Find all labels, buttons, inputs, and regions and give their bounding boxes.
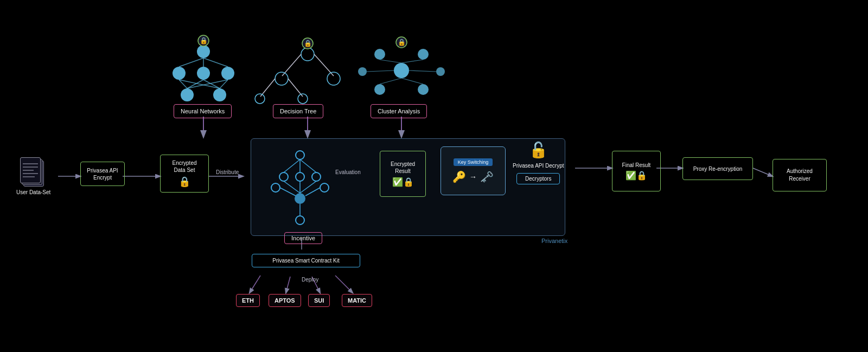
decrypt-group: 🔓 Privasea API Decrypt Decryptors: [513, 141, 564, 184]
svg-line-35: [380, 60, 401, 63]
final-result-label: Final Result: [622, 162, 651, 168]
svg-line-37: [380, 78, 401, 84]
proxy-reencrypt-label: Proxy Re-encryption: [693, 166, 743, 172]
key-switching-label: Key Switching: [454, 158, 493, 166]
svg-point-0: [197, 45, 210, 58]
svg-point-25: [298, 94, 308, 104]
svg-line-22: [260, 79, 275, 97]
decryptors-box: Decryptors: [516, 173, 560, 184]
privasea-encrypt-box: Privasea API Encrypt: [80, 162, 125, 186]
user-dataset-label: User Data-Set: [16, 189, 50, 195]
key-icon-left: 🔑: [452, 170, 466, 183]
svg-line-58: [286, 277, 290, 293]
svg-line-38: [401, 78, 423, 84]
svg-point-4: [181, 88, 194, 101]
svg-point-26: [302, 38, 313, 49]
svg-line-40: [409, 71, 436, 72]
svg-point-76: [296, 216, 304, 225]
svg-line-75: [305, 188, 320, 196]
svg-point-20: [275, 72, 288, 85]
smart-contract-label: Privasea Smart Contract Kit: [272, 258, 339, 264]
encrypted-result-box: Encrypted Result ✅🔒: [380, 151, 426, 197]
svg-point-65: [295, 193, 305, 204]
svg-point-3: [221, 67, 234, 80]
eth-box: ETH: [236, 294, 260, 307]
svg-line-60: [335, 276, 353, 293]
proxy-reencrypt-box: Proxy Re-encryption: [682, 157, 753, 180]
cluster-analysis-box: Cluster Analysis: [371, 104, 427, 118]
svg-line-6: [179, 58, 203, 67]
svg-line-19: [314, 54, 334, 76]
neural-networks-label: Neural Networks: [181, 108, 225, 114]
svg-text:🔒: 🔒: [398, 38, 406, 46]
check-lock-icon: ✅🔒: [392, 177, 414, 187]
distribute-label: Distribute: [216, 169, 239, 175]
svg-point-32: [418, 84, 429, 95]
encrypted-dataset-label: Encrypted Data Set: [172, 159, 196, 174]
decryptors-label: Decryptors: [525, 176, 551, 182]
decision-tree-label: Decision Tree: [280, 108, 316, 114]
svg-text:🔒: 🔒: [200, 36, 208, 44]
svg-text:🔒: 🔒: [304, 39, 312, 47]
key-icon-right: 🗝️: [480, 170, 494, 183]
incentive-label: Incentive: [291, 235, 315, 241]
svg-point-33: [358, 67, 367, 76]
svg-line-57: [250, 276, 260, 293]
matic-box: MATIC: [342, 294, 372, 307]
svg-point-41: [396, 37, 407, 48]
final-result-box: Final Result ✅🔒: [612, 151, 661, 191]
svg-point-28: [394, 63, 409, 78]
authorized-receiver-label: Authorized Receiver: [787, 168, 813, 183]
svg-point-21: [327, 72, 340, 85]
arrow-icon: →: [469, 172, 477, 181]
svg-point-73: [320, 183, 329, 192]
svg-point-15: [198, 35, 209, 46]
svg-line-54: [753, 168, 773, 176]
svg-point-31: [374, 84, 385, 95]
svg-point-63: [296, 172, 304, 181]
aptos-box: APTOS: [269, 294, 301, 307]
svg-line-11: [187, 80, 203, 88]
encrypted-dataset-box: Encrypted Data Set 🔒: [160, 155, 209, 193]
privasea-decrypt-label: Privasea API Decrypt: [513, 162, 564, 170]
cluster-analysis-label: Cluster Analysis: [378, 108, 420, 114]
authorized-receiver-box: Authorized Receiver: [773, 159, 827, 191]
svg-line-66: [284, 159, 300, 172]
user-dataset-node: User Data-Set: [16, 157, 50, 193]
svg-line-9: [179, 80, 187, 88]
decision-tree-box: Decision Tree: [273, 104, 323, 118]
svg-line-68: [300, 159, 316, 172]
encrypted-result-label: Encrypted Result: [391, 161, 415, 175]
svg-point-34: [436, 67, 445, 76]
svg-point-64: [312, 172, 321, 181]
svg-line-10: [179, 80, 220, 88]
neural-networks-box: Neural Networks: [174, 104, 232, 118]
svg-line-8: [203, 58, 228, 67]
svg-point-29: [374, 49, 385, 60]
svg-point-62: [279, 172, 288, 181]
sui-box: SUI: [308, 294, 330, 307]
svg-point-24: [255, 94, 265, 104]
lock-icon-dataset: 🔒: [178, 176, 190, 188]
svg-point-2: [197, 67, 210, 80]
svg-point-61: [296, 151, 304, 159]
svg-line-12: [203, 80, 220, 88]
svg-line-18: [282, 54, 301, 76]
incentive-box: Incentive: [284, 232, 322, 244]
svg-line-23: [288, 79, 303, 97]
svg-line-74: [280, 188, 296, 196]
key-switching-box: Key Switching 🔑 → 🗝️: [441, 146, 506, 195]
evaluation-label: Evaluation: [335, 169, 361, 175]
final-result-icon: ✅🔒: [626, 170, 647, 181]
svg-line-36: [401, 60, 423, 63]
svg-point-1: [173, 67, 186, 80]
svg-line-39: [367, 71, 394, 72]
deploy-label: Deploy: [302, 277, 318, 283]
key-switching-icons: 🔑 → 🗝️: [452, 170, 494, 183]
smart-contract-box: Privasea Smart Contract Kit: [252, 254, 360, 267]
svg-point-5: [213, 88, 226, 101]
svg-point-30: [418, 49, 429, 60]
svg-point-17: [301, 48, 314, 61]
privasea-encrypt-label: Privasea API Encrypt: [87, 167, 118, 181]
svg-line-13: [187, 80, 228, 88]
